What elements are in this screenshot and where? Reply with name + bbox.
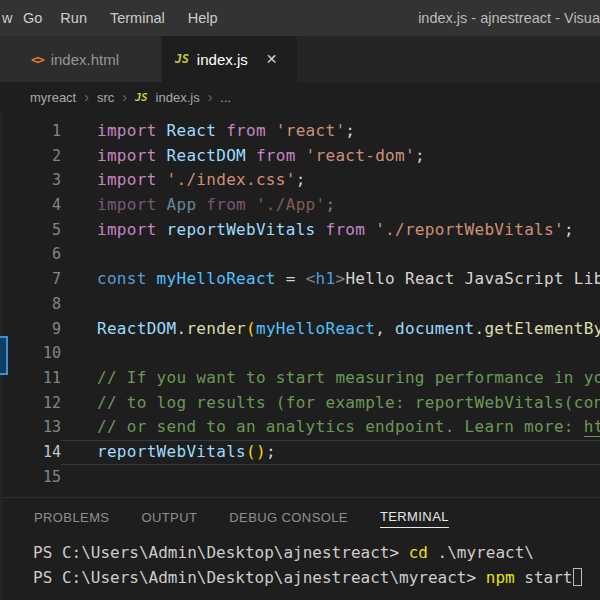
- line-number: 8: [0, 292, 61, 317]
- code-token: from: [206, 195, 256, 214]
- breadcrumb-item-index-js[interactable]: index.js: [156, 90, 200, 105]
- window-title: index.js - ajnestreact - Visua: [418, 10, 600, 26]
- code-line-8[interactable]: 8: [0, 292, 600, 317]
- tab-label: index.js: [197, 51, 248, 68]
- tab-debug-console[interactable]: DEBUG CONSOLE: [229, 507, 348, 528]
- code-line-14[interactable]: 14reportWebVitals();: [0, 440, 600, 465]
- code-text: // or send to an analytics endpoint. Lea…: [61, 415, 600, 440]
- code-text: [61, 242, 600, 267]
- menu-item-help[interactable]: Help: [179, 10, 227, 26]
- line-number: 4: [0, 193, 61, 218]
- tab-index-html[interactable]: <> index.html: [0, 36, 162, 82]
- code-text: import './index.css';: [61, 168, 600, 193]
- code-token: reportWebVitals: [97, 442, 246, 461]
- code-token: './App': [256, 195, 326, 214]
- code-text: [61, 465, 600, 490]
- code-line-4[interactable]: 4import App from './App';: [0, 193, 600, 218]
- terminal-text-token: PS C:\Users\Admin\Desktop\ajnestreact>: [33, 543, 409, 562]
- terminal-cursor: [573, 568, 582, 586]
- code-line-5[interactable]: 5import reportWebVitals from './reportWe…: [0, 218, 600, 243]
- code-token: const: [97, 269, 157, 288]
- terminal-text-token: start: [515, 568, 573, 587]
- code-text: import reportWebVitals from './reportWeb…: [61, 218, 600, 243]
- code-line-7[interactable]: 7const myHelloReact = <h1>Hello React Ja…: [0, 267, 600, 292]
- chevron-right-icon: ›: [84, 89, 89, 105]
- chevron-right-icon: ›: [208, 89, 213, 105]
- vscode-window: w Go Run Terminal Help index.js - ajnest…: [0, 0, 600, 600]
- code-token: <: [306, 269, 316, 288]
- terminal-line: PS C:\Users\Admin\Desktop\ajnestreact> c…: [33, 540, 600, 565]
- code-token: import: [97, 121, 167, 140]
- breadcrumb-item-myreact[interactable]: myreact: [30, 90, 76, 105]
- breadcrumb-item-src[interactable]: src: [97, 90, 114, 105]
- code-token: Hello React JavaScript Lib: [345, 269, 600, 288]
- code-text: import React from 'react';: [61, 119, 600, 144]
- code-lines: 1import React from 'react';2import React…: [0, 119, 600, 489]
- code-token: reportWebVitals: [167, 220, 326, 239]
- code-token: ;: [266, 442, 276, 461]
- code-token: import: [97, 195, 167, 214]
- menu-item-go[interactable]: Go: [14, 10, 51, 26]
- code-token: h1: [316, 269, 336, 288]
- chevron-right-icon: ›: [122, 89, 127, 105]
- bottom-panel: PROBLEMS OUTPUT DEBUG CONSOLE TERMINAL P…: [0, 497, 600, 600]
- menu-item-terminal[interactable]: Terminal: [101, 10, 174, 26]
- tab-output[interactable]: OUTPUT: [141, 507, 197, 528]
- line-number: 15: [0, 465, 61, 490]
- code-token: ;: [564, 220, 574, 239]
- code-line-12[interactable]: 12// to log results (for example: report…: [0, 391, 600, 416]
- code-text: import ReactDOM from 'react-dom';: [61, 144, 600, 169]
- tab-terminal[interactable]: TERMINAL: [380, 506, 449, 528]
- code-token: 'react': [276, 121, 346, 140]
- line-number: 12: [0, 391, 61, 416]
- code-line-2[interactable]: 2import ReactDOM from 'react-dom';: [0, 144, 600, 169]
- code-token: (: [246, 319, 256, 338]
- line-number: 1: [0, 119, 61, 144]
- code-token: myHelloReact: [157, 269, 286, 288]
- editor-tab-bar: <> index.html JS index.js ✕: [0, 36, 600, 82]
- code-token: from: [256, 146, 306, 165]
- code-token: .: [475, 319, 485, 338]
- menu-item-run[interactable]: Run: [51, 10, 96, 26]
- code-line-9[interactable]: 9ReactDOM.render(myHelloReact, document.…: [0, 317, 600, 342]
- code-text: import App from './App';: [61, 193, 600, 218]
- terminal-output[interactable]: PS C:\Users\Admin\Desktop\ajnestreact> c…: [0, 540, 600, 590]
- code-token: ;: [415, 146, 425, 165]
- tab-index-js[interactable]: JS index.js ✕: [162, 36, 298, 82]
- code-line-3[interactable]: 3import './index.css';: [0, 168, 600, 193]
- code-token: React: [167, 121, 227, 140]
- panel-tab-bar: PROBLEMS OUTPUT DEBUG CONSOLE TERMINAL: [0, 498, 600, 536]
- breadcrumb-item-symbol[interactable]: ...: [220, 90, 231, 105]
- code-text: // If you want to start measuring perfor…: [61, 366, 600, 391]
- code-editor[interactable]: 1import React from 'react';2import React…: [0, 112, 600, 497]
- code-token: import: [97, 170, 167, 189]
- code-token: from: [226, 121, 276, 140]
- tab-problems[interactable]: PROBLEMS: [34, 507, 109, 528]
- close-tab-icon[interactable]: ✕: [266, 51, 278, 67]
- code-token: ;: [345, 121, 355, 140]
- code-line-11[interactable]: 11// If you want to start measuring perf…: [0, 366, 600, 391]
- code-line-10[interactable]: 10: [0, 341, 600, 366]
- line-number: 7: [0, 267, 61, 292]
- code-text: ReactDOM.render(myHelloReact, document.g…: [61, 317, 600, 342]
- code-line-1[interactable]: 1import React from 'react';: [0, 119, 600, 144]
- code-token: myHelloReact: [256, 319, 375, 338]
- code-token: 'react-dom': [306, 146, 415, 165]
- code-line-15[interactable]: 15: [0, 465, 600, 490]
- menu-item-view-partial[interactable]: w: [2, 10, 14, 26]
- terminal-text-token: PS C:\Users\Admin\Desktop\ajnestreact\my…: [33, 568, 486, 587]
- line-number: 3: [0, 168, 61, 193]
- code-line-13[interactable]: 13// or send to an analytics endpoint. L…: [0, 415, 600, 440]
- code-text: [61, 292, 600, 317]
- code-line-6[interactable]: 6: [0, 242, 600, 267]
- code-token: render: [186, 319, 246, 338]
- terminal-line: PS C:\Users\Admin\Desktop\ajnestreact\my…: [33, 565, 600, 590]
- code-token: >: [335, 269, 345, 288]
- code-token: ht: [584, 417, 600, 437]
- line-number: 2: [0, 144, 61, 169]
- code-token: import: [97, 146, 167, 165]
- title-bar: w Go Run Terminal Help index.js - ajnest…: [0, 0, 600, 36]
- code-text: // to log results (for example: reportWe…: [61, 391, 600, 416]
- js-file-icon: JS: [135, 91, 148, 103]
- left-edge-highlight: [0, 336, 8, 375]
